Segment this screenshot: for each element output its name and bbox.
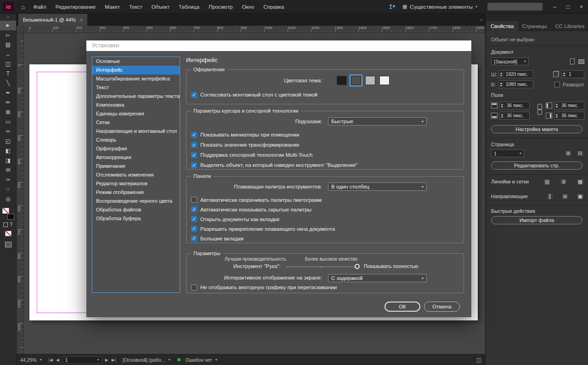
category-item[interactable]: Единицы измерения	[92, 109, 180, 118]
scissors-tool[interactable]: ✂	[0, 127, 16, 137]
margin-top-field[interactable]: 36 пикс.	[499, 102, 530, 109]
stepper-icon[interactable]	[562, 71, 567, 78]
stepper-icon[interactable]	[499, 81, 504, 88]
panel-tab[interactable]: Свойства	[486, 21, 518, 31]
last-page-icon[interactable]: ▶|	[112, 358, 116, 362]
content-collector-tool[interactable]: ◫	[0, 59, 16, 69]
preference-checkbox[interactable]: Поддержка сенсорной технологии Multi-Tou…	[187, 150, 464, 160]
stepper-icon[interactable]	[500, 102, 505, 109]
screen-mode-icon[interactable]	[5, 242, 11, 247]
pencil-tool[interactable]: ✏	[0, 98, 16, 108]
smart-guides-icon[interactable]: ⊞	[561, 193, 569, 200]
preference-checkbox[interactable]: Разрешить прикрепление плавающего окна д…	[187, 224, 464, 234]
close-button[interactable]: ×	[575, 0, 588, 14]
preference-checkbox[interactable]: Автоматически показывать скрытые палитры	[187, 205, 464, 214]
category-item[interactable]: Словарь	[92, 136, 180, 144]
panel-tab[interactable]: CC Libraries	[551, 21, 588, 31]
page-number-field[interactable]: 1 ▾	[62, 356, 102, 364]
category-item[interactable]: Режим отображения	[92, 188, 180, 197]
pen-tool[interactable]: ✒	[0, 88, 16, 98]
category-item[interactable]: Сетки	[92, 118, 180, 127]
toolbar-collapse-icon[interactable]: »	[0, 14, 16, 21]
fill-swatch[interactable]	[2, 208, 9, 214]
preset-dropdown[interactable]: [Заказной] ▾	[491, 57, 529, 65]
edit-page-button[interactable]: Редактировать стр.	[491, 161, 582, 170]
workspace-switcher[interactable]: ▦ Существенные элементы ▾	[398, 4, 482, 10]
show-guides-icon[interactable]: ∥	[546, 193, 554, 200]
category-item[interactable]: Компоновка	[92, 101, 180, 109]
type-tool[interactable]: T	[0, 69, 16, 79]
preference-checkbox[interactable]: Показывать миниатюры при помещении	[187, 130, 464, 140]
selection-tool[interactable]: ►	[0, 21, 16, 30]
eyedropper-tool[interactable]: ✑	[0, 175, 16, 185]
share-icon[interactable]: ↥	[384, 3, 398, 10]
adjust-layout-button[interactable]: Настройка макета	[491, 125, 582, 133]
preflight-status[interactable]: Ошибок нет	[186, 357, 212, 363]
theme-swatch-dark[interactable]	[351, 76, 361, 85]
ruler-origin-box[interactable]	[17, 26, 24, 33]
note-tool[interactable]: ✉	[0, 165, 16, 175]
maximize-button[interactable]: □	[561, 0, 575, 14]
rectangle-tool[interactable]: ▭	[0, 117, 16, 127]
theme-swatch-lightest[interactable]	[379, 76, 390, 85]
baseline-grid-icon[interactable]: ≣	[560, 178, 568, 185]
tab-close-icon[interactable]: ×	[80, 17, 83, 23]
category-item[interactable]: Масштабирование интерфейса	[92, 74, 180, 83]
panel-collapse-icon[interactable]: »	[480, 14, 485, 26]
facing-pages-checkbox[interactable]	[554, 82, 560, 87]
zoom-level[interactable]: 44,25%	[20, 357, 37, 363]
menu-item[interactable]: Таблица	[174, 0, 204, 14]
gradient-swatch-tool[interactable]: ◧	[0, 146, 16, 156]
category-item[interactable]: Автокоррекция	[92, 153, 180, 162]
gradient-feather-tool[interactable]: ◨	[0, 156, 16, 165]
menu-item[interactable]: Редактирование	[51, 0, 101, 14]
menu-item[interactable]: Текст	[124, 0, 147, 14]
floating-palette-dropdown[interactable]: В один столбец ▾	[328, 182, 427, 191]
category-item[interactable]: Текст	[92, 83, 180, 92]
category-item[interactable]: Обработка буфера	[92, 214, 180, 223]
rulers-icon[interactable]: ▥	[543, 178, 551, 185]
category-item[interactable]: Дополнительные параметры текста	[92, 92, 180, 101]
stroke-swatch[interactable]	[7, 214, 14, 220]
menu-item[interactable]: Окно	[237, 0, 259, 14]
theme-swatch-darkest[interactable]	[337, 76, 347, 85]
menu-item[interactable]: Файл	[28, 0, 51, 14]
formatting-affects-container-icon[interactable]	[3, 222, 8, 227]
direct-selection-tool[interactable]: ▻	[0, 30, 16, 40]
tooltips-dropdown[interactable]: Быстрые ▾	[328, 117, 427, 125]
menu-item[interactable]: Макет	[100, 0, 124, 14]
gap-tool[interactable]: ↔	[0, 50, 16, 59]
category-item[interactable]: Обработка файлов	[92, 205, 180, 214]
home-icon[interactable]: ⌂	[17, 3, 28, 11]
rectangle-frame-tool[interactable]: ⊠	[0, 108, 16, 117]
free-transform-tool[interactable]: ◱	[0, 137, 16, 146]
preference-checkbox[interactable]: Автоматически сворачивать палитры пиктог…	[187, 195, 464, 205]
preference-checkbox[interactable]: Открыть документы как вкладки	[187, 214, 464, 224]
import-file-button[interactable]: Импорт файла	[491, 216, 582, 224]
line-tool[interactable]: ╲	[0, 79, 16, 88]
stepper-icon[interactable]	[554, 112, 560, 119]
category-item[interactable]: Основные	[92, 57, 180, 66]
page-number-dropdown[interactable]: 1 ▾	[491, 149, 524, 157]
minimize-button[interactable]: –	[548, 0, 561, 14]
page-tool[interactable]: ▤	[0, 40, 16, 50]
stepper-icon[interactable]	[554, 102, 560, 109]
formatting-affects-text-icon[interactable]: T	[10, 222, 12, 227]
next-page-icon[interactable]: ▶	[105, 358, 108, 362]
category-item[interactable]: Примечания	[92, 162, 180, 171]
stepper-icon[interactable]	[499, 71, 504, 78]
fill-stroke-swatches[interactable]	[2, 208, 14, 220]
hand-tool-slider-track[interactable]	[285, 267, 356, 267]
stepper-icon[interactable]	[500, 112, 505, 119]
cancel-button[interactable]: Отмена	[424, 302, 460, 312]
category-item[interactable]: Интерфейс	[92, 66, 180, 74]
preference-checkbox[interactable]: Показать значения трансформирования	[187, 140, 464, 150]
vector-drag-checkbox[interactable]: Не отображать векторную графику при пере…	[187, 282, 337, 292]
first-page-icon[interactable]: |◀	[49, 358, 53, 362]
preference-checkbox[interactable]: Выделять объект, на который наведен инст…	[187, 160, 464, 170]
document-grid-icon[interactable]: ▦	[576, 178, 584, 185]
portrait-orientation-icon[interactable]	[570, 58, 575, 64]
menu-item[interactable]: Справка	[259, 0, 288, 14]
height-field[interactable]: 1080 пикс.	[498, 80, 533, 88]
hand-tool-slider-knob[interactable]	[355, 264, 360, 269]
